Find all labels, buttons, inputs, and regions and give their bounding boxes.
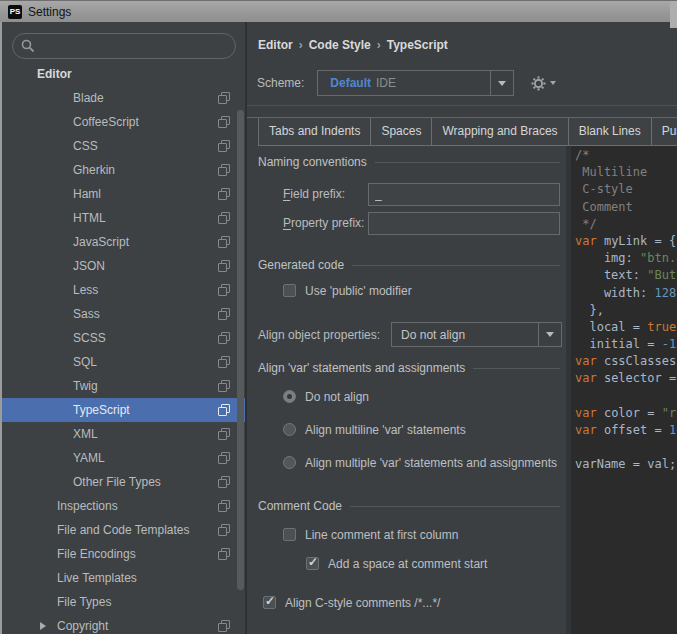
- align-object-properties-combobox[interactable]: Do not align: [391, 322, 562, 347]
- section-separator-line: [350, 506, 560, 507]
- code-token: offset =: [597, 423, 669, 437]
- sidebar-item-yaml[interactable]: YAML: [2, 446, 245, 470]
- chevron-down-icon: [546, 332, 554, 337]
- section-title-text: Naming conventions: [258, 155, 367, 169]
- radio-label: Do not align: [305, 390, 369, 404]
- radio-option-align-multiple-var-statements-and-assignments[interactable]: Align multiple 'var' statements and assi…: [283, 455, 557, 470]
- sidebar-item-typescript[interactable]: TypeScript: [2, 398, 245, 422]
- shared-settings-icon: [218, 188, 230, 200]
- checkbox-option-line-comment-at-first-column[interactable]: Line comment at first column: [283, 527, 458, 542]
- section-title-generated-code: Generated code: [258, 258, 560, 272]
- checkbox-icon[interactable]: [283, 528, 296, 541]
- use-public-modifier-checkbox-row[interactable]: Use 'public' modifier: [283, 283, 412, 298]
- sidebar-item-xml[interactable]: XML: [2, 422, 245, 446]
- scheme-dropdown-button[interactable]: [490, 71, 513, 95]
- titlebar[interactable]: PS Settings: [0, 0, 677, 22]
- checkbox-option-align-c-style-comments[interactable]: Align C-style comments /*...*/: [263, 595, 440, 610]
- sidebar-item-json[interactable]: JSON: [2, 254, 245, 278]
- code-preview[interactable]: /* Multiline C-style Comment */var myLin…: [571, 146, 677, 634]
- code-token: "red";: [662, 406, 677, 420]
- tab-punctuation[interactable]: Punctuation: [651, 118, 677, 146]
- code-token: initial =: [575, 337, 662, 351]
- scheme-combobox[interactable]: Default IDE: [317, 70, 514, 96]
- checkbox-icon[interactable]: [283, 284, 296, 297]
- shared-settings-icon: [218, 524, 230, 536]
- sidebar-item-label: JSON: [73, 259, 105, 273]
- shared-settings-icon: [218, 452, 230, 464]
- code-token: 128: [654, 286, 676, 300]
- code-line: varName = val;: [575, 456, 677, 473]
- sidebar-item-label: TypeScript: [73, 403, 130, 417]
- sidebar-item-live-templates[interactable]: Live Templates: [2, 566, 245, 590]
- checkbox-icon[interactable]: [306, 557, 319, 570]
- radio-icon[interactable]: [283, 456, 296, 469]
- scheme-combobox-value: Default IDE: [318, 71, 490, 95]
- sidebar-item-label: CSS: [73, 139, 98, 153]
- sidebar-item-scss[interactable]: SCSS: [2, 326, 245, 350]
- scheme-row: Scheme: Default IDE: [257, 70, 556, 96]
- search-input[interactable]: [41, 39, 235, 53]
- sidebar-item-sass[interactable]: Sass: [2, 302, 245, 326]
- shared-settings-icon: [218, 428, 230, 440]
- align-object-properties-label: Align object properties:: [258, 328, 380, 342]
- field-prefix-row: Field prefix:: [283, 182, 560, 206]
- typescript-code-style-panel: Naming conventions Field prefix: Propert…: [247, 146, 566, 634]
- sidebar-item-label: File Encodings: [57, 547, 136, 561]
- sidebar-item-label: Other File Types: [73, 475, 161, 489]
- sidebar-item-inspections[interactable]: Inspections: [2, 494, 245, 518]
- align-object-properties-row: Align object properties: Do not align: [258, 322, 562, 347]
- sidebar-item-copyright[interactable]: Copyright: [2, 614, 245, 634]
- sidebar-item-file-types[interactable]: File Types: [2, 590, 245, 614]
- scheme-actions-button[interactable]: [530, 75, 556, 92]
- radio-icon[interactable]: [283, 390, 296, 403]
- sidebar-item-other-file-types[interactable]: Other File Types: [2, 470, 245, 494]
- expand-arrow-icon[interactable]: [40, 622, 46, 630]
- settings-sidebar: EditorBladeCoffeeScriptCSSGherkinHamlHTM…: [2, 22, 245, 634]
- sidebar-item-label: Sass: [73, 307, 100, 321]
- settings-search-box[interactable]: [12, 33, 236, 59]
- code-token: local =: [575, 320, 647, 334]
- tab-wrapping-and-braces[interactable]: Wrapping and Braces: [431, 118, 568, 146]
- property-prefix-input[interactable]: [368, 212, 560, 235]
- settings-tree: EditorBladeCoffeeScriptCSSGherkinHamlHTM…: [2, 62, 245, 634]
- sidebar-item-label: HTML: [73, 211, 106, 225]
- code-token: */: [575, 217, 597, 231]
- sidebar-item-gherkin[interactable]: Gherkin: [2, 158, 245, 182]
- sidebar-item-coffeescript[interactable]: CoffeeScript: [2, 110, 245, 134]
- breadcrumb-separator-icon: ›: [377, 38, 381, 52]
- section-title-text: Align 'var' statements and assignments: [258, 361, 465, 375]
- sidebar-item-blade[interactable]: Blade: [2, 86, 245, 110]
- sidebar-item-file-and-code-templates[interactable]: File and Code Templates: [2, 518, 245, 542]
- code-line: var myLink = {: [575, 233, 677, 250]
- checkbox-option-add-a-space-at-comment-start[interactable]: Add a space at comment start: [306, 556, 487, 571]
- sidebar-item-label: Haml: [73, 187, 101, 201]
- code-token: Comment: [575, 200, 633, 214]
- sidebar-item-editor[interactable]: Editor: [2, 62, 245, 86]
- sidebar-item-label: SQL: [73, 355, 97, 369]
- radio-option-do-not-align[interactable]: Do not align: [283, 389, 369, 404]
- sidebar-item-javascript[interactable]: JavaScript: [2, 230, 245, 254]
- tab-tabs-and-indents[interactable]: Tabs and Indents: [258, 118, 371, 146]
- sidebar-scrollbar[interactable]: [237, 110, 244, 590]
- tab-spaces[interactable]: Spaces: [370, 118, 432, 146]
- sidebar-item-less[interactable]: Less: [2, 278, 245, 302]
- shared-settings-icon: [218, 236, 230, 248]
- field-prefix-input[interactable]: [368, 183, 560, 206]
- sidebar-item-sql[interactable]: SQL: [2, 350, 245, 374]
- chevron-down-icon: [498, 81, 506, 86]
- radio-option-align-multiline-var-statements[interactable]: Align multiline 'var' statements: [283, 422, 466, 437]
- section-separator-line: [375, 162, 560, 163]
- sidebar-item-haml[interactable]: Haml: [2, 182, 245, 206]
- sidebar-item-css[interactable]: CSS: [2, 134, 245, 158]
- combobox-dropdown-button[interactable]: [538, 323, 561, 346]
- checkbox-icon[interactable]: [263, 596, 276, 609]
- radio-icon[interactable]: [283, 423, 296, 436]
- code-token: cssClasses =: [597, 354, 677, 368]
- tab-blank-lines[interactable]: Blank Lines: [568, 118, 652, 146]
- sidebar-item-file-encodings[interactable]: File Encodings: [2, 542, 245, 566]
- property-prefix-label: Property prefix:: [283, 216, 368, 230]
- label-text: ield prefix:: [290, 187, 345, 201]
- sidebar-item-twig[interactable]: Twig: [2, 374, 245, 398]
- sidebar-item-html[interactable]: HTML: [2, 206, 245, 230]
- sidebar-item-label: File Types: [57, 595, 111, 609]
